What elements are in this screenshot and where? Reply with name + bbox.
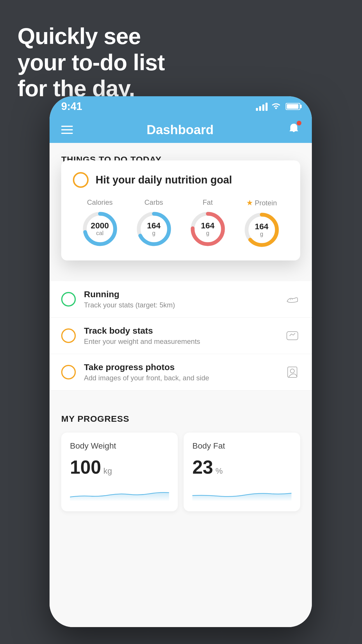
- body-fat-unit: %: [215, 466, 223, 476]
- notifications-button[interactable]: [287, 122, 300, 138]
- calories-value: 2000: [91, 222, 109, 230]
- nav-title: Dashboard: [147, 123, 214, 137]
- fat-value: 164: [201, 222, 215, 230]
- task-circle-nutrition[interactable]: [73, 172, 89, 188]
- wifi-icon: [271, 102, 281, 111]
- scale-icon: [284, 328, 300, 344]
- fat-label: Fat: [203, 198, 213, 206]
- nutrition-fat: Fat 164 g: [189, 198, 227, 248]
- body-weight-value-row: 100 kg: [70, 456, 169, 478]
- body-fat-sparkline: [192, 484, 291, 501]
- todo-title-photos: Take progress photos: [84, 362, 276, 372]
- protein-value: 164: [255, 223, 268, 231]
- todo-item-running[interactable]: Running Track your stats (target: 5km): [50, 281, 312, 318]
- protein-label: ★ Protein: [246, 198, 277, 207]
- todo-subtitle-running: Track your stats (target: 5km): [84, 301, 276, 309]
- notification-dot: [297, 121, 301, 125]
- nutrition-calories: Calories 2000 cal: [81, 198, 119, 248]
- progress-cards: Body Weight 100 kg: [61, 433, 300, 511]
- star-icon: ★: [246, 198, 253, 207]
- progress-title: MY PROGRESS: [61, 414, 300, 424]
- carbs-unit: g: [147, 230, 161, 237]
- todo-title-bodystats: Track body stats: [84, 326, 276, 336]
- carbs-label: Carbs: [144, 198, 163, 206]
- menu-button[interactable]: [61, 126, 73, 134]
- nutrition-protein: ★ Protein 164 g: [243, 198, 281, 249]
- calories-donut: 2000 cal: [81, 210, 119, 248]
- body-fat-card: Body Fat 23 %: [184, 433, 300, 511]
- body-weight-sparkline: [70, 484, 169, 501]
- card-header: Hit your daily nutrition goal: [73, 172, 289, 188]
- progress-section: MY PROGRESS Body Weight 100 kg: [50, 402, 312, 523]
- nutrition-card: Hit your daily nutrition goal Calories 2…: [61, 160, 300, 260]
- todo-text-photos: Take progress photos Add images of your …: [84, 362, 276, 382]
- todo-subtitle-bodystats: Enter your weight and measurements: [84, 337, 276, 346]
- status-icons: [256, 102, 300, 111]
- calories-label: Calories: [87, 198, 113, 206]
- svg-point-11: [290, 369, 294, 373]
- carbs-donut: 164 g: [135, 210, 173, 248]
- svg-point-0: [275, 107, 277, 109]
- body-weight-value: 100: [70, 456, 101, 478]
- calories-unit: cal: [91, 230, 109, 237]
- status-time: 9:41: [61, 100, 82, 113]
- body-weight-card-title: Body Weight: [70, 441, 169, 451]
- status-bar: 9:41: [50, 96, 312, 117]
- body-weight-unit: kg: [103, 466, 112, 476]
- shoe-icon: [284, 291, 300, 307]
- body-weight-card: Body Weight 100 kg: [61, 433, 178, 511]
- body-fat-value: 23: [192, 456, 213, 478]
- main-content: THINGS TO DO TODAY Hit your daily nutrit…: [50, 143, 312, 627]
- fat-unit: g: [201, 230, 215, 237]
- card-title: Hit your daily nutrition goal: [96, 174, 232, 186]
- todo-list: Running Track your stats (target: 5km) T…: [50, 281, 312, 391]
- svg-rect-9: [287, 332, 298, 340]
- todo-circle-photos: [61, 365, 76, 379]
- todo-item-bodystats[interactable]: Track body stats Enter your weight and m…: [50, 318, 312, 354]
- todo-text-running: Running Track your stats (target: 5km): [84, 289, 276, 309]
- signal-bars-icon: [256, 102, 268, 111]
- protein-unit: g: [255, 231, 268, 237]
- todo-circle-bodystats: [61, 328, 76, 343]
- todo-title-running: Running: [84, 289, 276, 299]
- protein-donut: 164 g: [243, 211, 281, 249]
- svg-rect-10: [288, 367, 297, 377]
- person-icon: [284, 364, 300, 380]
- body-fat-value-row: 23 %: [192, 456, 291, 478]
- battery-icon: [286, 103, 300, 110]
- headline: Quickly see your to-do list for the day.: [17, 23, 165, 102]
- todo-text-bodystats: Track body stats Enter your weight and m…: [84, 326, 276, 346]
- todo-item-photos[interactable]: Take progress photos Add images of your …: [50, 354, 312, 391]
- todo-circle-running: [61, 292, 76, 307]
- todo-subtitle-photos: Add images of your front, back, and side: [84, 374, 276, 382]
- nav-bar: Dashboard: [50, 117, 312, 143]
- fat-donut: 164 g: [189, 210, 227, 248]
- body-fat-card-title: Body Fat: [192, 441, 291, 451]
- nutrition-carbs: Carbs 164 g: [135, 198, 173, 248]
- phone-shell: 9:41: [50, 96, 312, 627]
- nutrition-row: Calories 2000 cal Carbs: [73, 198, 289, 249]
- carbs-value: 164: [147, 222, 161, 230]
